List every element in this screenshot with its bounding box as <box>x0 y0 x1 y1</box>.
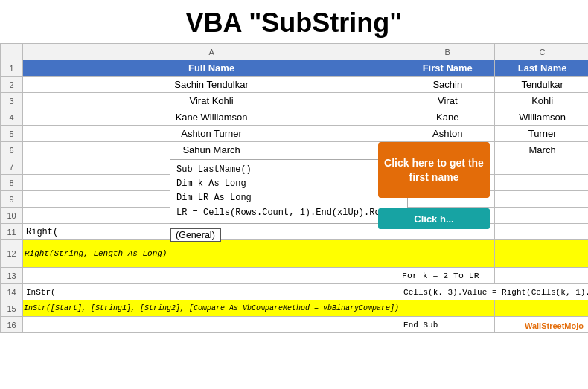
table-row: 16 End Sub <box>1 317 589 333</box>
cell-c4[interactable]: Williamson <box>495 109 588 126</box>
table-row: 11 Right( Left( <box>1 224 589 240</box>
table-row: 4 Kane Williamson Kane Williamson <box>1 109 589 126</box>
cell-b13: For k = 2 To LR <box>400 268 495 284</box>
row-num: 13 <box>1 268 23 284</box>
cell-a3[interactable]: Virat Kohli <box>23 93 400 109</box>
table-row: 3 Virat Kohli Virat Kohli <box>1 93 589 109</box>
vba-lr-assign: LR = Cells(Rows.Count, 1).End(xlUp).Row <box>176 206 401 220</box>
vba-dim-k: Dim k As Long <box>176 177 401 191</box>
cell-a4[interactable]: Kane Williamson <box>23 109 400 126</box>
cell-b15 <box>400 300 495 317</box>
cell-b16: End Sub <box>400 317 495 333</box>
page-title: VBA "SubString" <box>0 0 588 43</box>
cell-b3[interactable]: Virat <box>400 93 495 109</box>
cell-a15: InStr([Start], [String1], [String2], [Co… <box>23 300 400 317</box>
table-row: 12 Right(String, Length As Long) Left(St… <box>1 240 589 268</box>
cell-a5[interactable]: Ashton Turner <box>23 126 400 142</box>
cell-c12 <box>495 240 588 268</box>
cell-c13 <box>495 268 588 284</box>
row-num: 12 <box>1 240 23 268</box>
cell-a14: InStr( <box>23 284 400 300</box>
cell-c15 <box>495 300 588 317</box>
row-num: 8 <box>1 175 23 191</box>
general-dropdown[interactable]: (General) <box>170 228 221 242</box>
corner-cell <box>1 44 23 60</box>
cell-c10 <box>495 208 588 224</box>
click-last-name-button[interactable]: Click h... <box>378 208 490 229</box>
table-row: 1 Full Name First Name Last Name <box>1 60 589 77</box>
teal-button-label: Click h... <box>414 213 453 225</box>
row-num: 14 <box>1 284 23 300</box>
table-row: 6 Sahun March Sahun March <box>1 142 589 158</box>
cell-c9 <box>495 191 588 208</box>
vba-sub-line: Sub LastName() <box>176 163 401 177</box>
row-num: 9 <box>1 191 23 208</box>
cell-c3[interactable]: Kohli <box>495 93 588 109</box>
table-row: 13 For k = 2 To LR <box>1 268 589 284</box>
click-first-name-button[interactable]: Click here to get the first name <box>378 142 490 198</box>
table-row: 2 Sachin Tendulkar Sachin Tendulkar <box>1 77 589 93</box>
cell-c11 <box>495 224 588 240</box>
row-num: 11 <box>1 224 23 240</box>
cell-b5[interactable]: Ashton <box>400 126 495 142</box>
cell-a16 <box>23 317 400 333</box>
col-header-b: B <box>400 44 495 60</box>
row-num: 6 <box>1 142 23 158</box>
cell-b2[interactable]: Sachin <box>400 77 495 93</box>
row-num: 2 <box>1 77 23 93</box>
cell-c1[interactable]: Last Name <box>495 60 588 77</box>
cell-c5[interactable]: Turner <box>495 126 588 142</box>
cell-c6[interactable]: March <box>495 142 588 158</box>
row-num: 15 <box>1 300 23 317</box>
table-row: 15 InStr([Start], [String1], [String2], … <box>1 300 589 317</box>
cell-b14: Cells(k. 3).Value = Right(Cells(k, 1).Va… <box>400 284 588 300</box>
cell-c8 <box>495 175 588 191</box>
row-num: 3 <box>1 93 23 109</box>
cell-a13 <box>23 268 400 284</box>
cell-a6[interactable]: Sahun March <box>23 142 400 158</box>
cell-a2[interactable]: Sachin Tendulkar <box>23 77 400 93</box>
row-num: 10 <box>1 208 23 224</box>
table-row: 5 Ashton Turner Ashton Turner <box>1 126 589 142</box>
col-header-c: C <box>495 44 588 60</box>
watermark: WallStreetMojo <box>525 321 584 330</box>
orange-button-label: Click here to get the first name <box>384 156 484 183</box>
cell-a12: Right(String, Length As Long) <box>23 240 400 268</box>
vba-code-block: Sub LastName() Dim k As Long Dim LR As L… <box>170 159 408 224</box>
cell-b4[interactable]: Kane <box>400 109 495 126</box>
row-num: 16 <box>1 317 23 333</box>
watermark-text: WallStreetMojo <box>525 321 584 330</box>
table-row: 14 InStr( Cells(k. 3).Value = Right(Cell… <box>1 284 589 300</box>
vba-dim-lr: Dim LR As Long <box>176 191 401 205</box>
row-num: 7 <box>1 158 23 175</box>
col-header-a: A <box>23 44 400 60</box>
cell-c2[interactable]: Tendulkar <box>495 77 588 93</box>
row-num: 5 <box>1 126 23 142</box>
cell-b1[interactable]: First Name <box>400 60 495 77</box>
cell-a1[interactable]: Full Name <box>23 60 400 77</box>
cell-c7 <box>495 158 588 175</box>
row-num: 4 <box>1 109 23 126</box>
row-num: 1 <box>1 60 23 77</box>
cell-b12 <box>400 240 495 268</box>
